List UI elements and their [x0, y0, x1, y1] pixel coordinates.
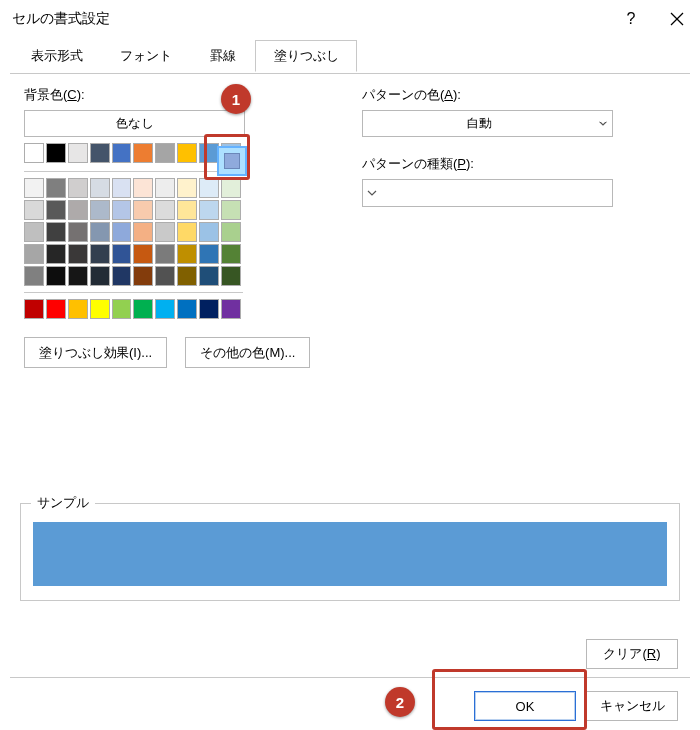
color-swatch[interactable]: [68, 244, 88, 264]
tab-font[interactable]: フォント: [102, 40, 191, 72]
color-swatch[interactable]: [24, 244, 44, 264]
sample-groupbox: サンプル: [20, 503, 680, 601]
sample-color-preview: [33, 522, 667, 586]
color-swatch[interactable]: [90, 143, 110, 163]
color-swatch[interactable]: [199, 143, 219, 163]
color-swatch[interactable]: [221, 178, 241, 198]
color-swatch[interactable]: [177, 178, 197, 198]
color-swatch[interactable]: [177, 266, 197, 286]
color-swatch[interactable]: [155, 222, 175, 242]
color-swatch[interactable]: [133, 178, 153, 198]
clear-label: クリア(R): [603, 645, 660, 663]
color-swatch[interactable]: [221, 266, 241, 286]
color-swatch[interactable]: [68, 222, 88, 242]
fill-buttons-row: 塗りつぶし効果(I)... その他の色(M)...: [24, 337, 352, 368]
color-swatch[interactable]: [133, 266, 153, 286]
title-bar: セルの書式設定 ?: [0, 0, 700, 38]
clear-button[interactable]: クリア(R): [586, 639, 678, 669]
tab-fill[interactable]: 塗りつぶし: [255, 40, 357, 72]
color-swatch[interactable]: [199, 299, 219, 319]
color-swatch[interactable]: [177, 244, 197, 264]
color-swatch[interactable]: [68, 178, 88, 198]
color-swatch[interactable]: [199, 266, 219, 286]
color-swatch[interactable]: [90, 178, 110, 198]
color-swatch[interactable]: [112, 143, 131, 163]
color-swatch[interactable]: [155, 178, 175, 198]
chevron-down-icon: [363, 189, 381, 197]
color-swatch[interactable]: [155, 244, 175, 264]
color-swatch[interactable]: [177, 200, 197, 220]
pattern-color-dropdown[interactable]: 自動: [362, 110, 613, 137]
color-swatch[interactable]: [177, 143, 197, 163]
color-swatch[interactable]: [133, 222, 153, 242]
color-swatch[interactable]: [112, 178, 131, 198]
selected-color-inner: [224, 153, 240, 169]
close-button[interactable]: [654, 0, 700, 38]
color-swatch[interactable]: [90, 222, 110, 242]
color-swatch[interactable]: [24, 222, 44, 242]
color-swatch[interactable]: [221, 299, 241, 319]
color-swatch[interactable]: [112, 299, 131, 319]
color-swatch[interactable]: [133, 244, 153, 264]
color-swatch[interactable]: [199, 200, 219, 220]
color-swatch[interactable]: [133, 143, 153, 163]
selected-color-swatch[interactable]: [217, 146, 247, 176]
sample-label: サンプル: [31, 494, 95, 512]
color-swatch[interactable]: [46, 266, 66, 286]
pattern-type-label: パターンの種類(P):: [362, 155, 676, 173]
background-color-label: 背景色(C):: [24, 86, 352, 104]
color-swatch[interactable]: [24, 299, 44, 319]
more-colors-button[interactable]: その他の色(M)...: [185, 337, 310, 368]
color-swatch[interactable]: [155, 299, 175, 319]
color-swatch[interactable]: [24, 200, 44, 220]
color-swatch[interactable]: [90, 266, 110, 286]
tab-border[interactable]: 罫線: [191, 40, 255, 72]
color-swatch[interactable]: [155, 143, 175, 163]
color-swatch[interactable]: [112, 222, 131, 242]
color-swatch[interactable]: [46, 178, 66, 198]
color-swatch[interactable]: [112, 200, 131, 220]
color-swatch[interactable]: [46, 299, 66, 319]
color-swatch[interactable]: [221, 222, 241, 242]
color-swatch[interactable]: [24, 178, 44, 198]
color-swatch[interactable]: [68, 143, 88, 163]
color-swatch[interactable]: [68, 266, 88, 286]
color-swatch[interactable]: [133, 299, 153, 319]
fill-panel: 背景色(C): 色なし 塗りつぶし効果(I)... その他の色(M)...: [0, 72, 700, 368]
color-swatch[interactable]: [155, 200, 175, 220]
color-swatch[interactable]: [68, 200, 88, 220]
fill-effects-button[interactable]: 塗りつぶし効果(I)...: [24, 337, 167, 368]
color-swatch[interactable]: [46, 244, 66, 264]
color-swatch[interactable]: [90, 244, 110, 264]
pattern-section: パターンの色(A): 自動 パターンの種類(P):: [352, 86, 676, 368]
color-swatch[interactable]: [24, 266, 44, 286]
color-swatch[interactable]: [177, 299, 197, 319]
close-icon: [670, 12, 684, 26]
color-swatch[interactable]: [46, 200, 66, 220]
tab-number-format[interactable]: 表示形式: [12, 40, 102, 72]
color-swatch[interactable]: [46, 143, 66, 163]
color-swatch[interactable]: [221, 200, 241, 220]
color-swatch[interactable]: [112, 244, 131, 264]
help-button[interactable]: ?: [608, 0, 654, 38]
ok-button[interactable]: OK: [474, 691, 576, 721]
color-swatch[interactable]: [112, 266, 131, 286]
color-swatch[interactable]: [199, 178, 219, 198]
color-swatch[interactable]: [133, 200, 153, 220]
color-swatch[interactable]: [155, 266, 175, 286]
color-swatch[interactable]: [68, 299, 88, 319]
color-swatch[interactable]: [24, 143, 44, 163]
color-swatch[interactable]: [177, 222, 197, 242]
pattern-type-dropdown[interactable]: [362, 179, 613, 207]
no-color-button[interactable]: 色なし: [24, 110, 245, 137]
color-swatch[interactable]: [199, 244, 219, 264]
no-color-label: 色なし: [116, 115, 154, 132]
color-swatch[interactable]: [46, 222, 66, 242]
cancel-button[interactable]: キャンセル: [586, 691, 678, 721]
color-swatch[interactable]: [199, 222, 219, 242]
color-swatch[interactable]: [90, 200, 110, 220]
color-swatch[interactable]: [221, 244, 241, 264]
dialog-title: セルの書式設定: [12, 10, 608, 28]
color-swatch[interactable]: [90, 299, 110, 319]
bottom-divider: [10, 677, 690, 678]
